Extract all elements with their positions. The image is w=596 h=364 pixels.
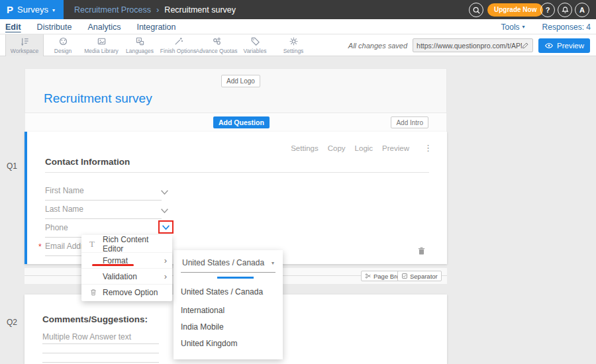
first-name-dropdown-button[interactable] [160, 189, 169, 195]
responses-count[interactable]: Responses: 4 [542, 23, 591, 32]
add-logo-button[interactable]: Add Logo [221, 75, 260, 87]
toolbar-item-languages[interactable]: Aa Languages [121, 34, 159, 56]
edit-url-button[interactable] [522, 42, 532, 49]
surveys-menu-label: Surveys [17, 5, 48, 15]
tools-menu[interactable]: Tools ▾ [501, 23, 525, 32]
format-option-us-canada[interactable]: United States / Canada [181, 287, 263, 296]
trash-outline-icon [89, 288, 103, 296]
field-last-name[interactable]: Last Name [45, 205, 162, 219]
toolbar-items: Workspace Design Media Library Aa Langua… [5, 34, 313, 56]
breadcrumb-separator-icon: › [156, 5, 159, 15]
palette-icon [58, 36, 68, 46]
annotation-red-box[interactable] [158, 220, 174, 234]
bell-icon [561, 6, 570, 15]
questionpro-logo-icon: P [7, 4, 13, 15]
required-asterisk: * [38, 242, 42, 251]
phone-format-submenu: United States / Canada ▾ United States /… [174, 250, 283, 359]
format-option-international[interactable]: International [181, 306, 224, 315]
question-preview-link[interactable]: Preview [382, 144, 409, 152]
tab-edit[interactable]: Edit [5, 23, 21, 32]
separator-icon [401, 273, 408, 279]
separator-label: Separator [410, 273, 438, 280]
survey-url-field[interactable]: https://www.questionpro.com/t/APNrFZ [413, 38, 533, 52]
question-1-title[interactable]: Contact Information [45, 157, 130, 167]
notifications-button[interactable] [558, 3, 572, 17]
preview-label: Preview [557, 42, 584, 50]
translate-icon: Aa [135, 36, 145, 46]
toolbar-item-advance-quotas[interactable]: Advance Quotas [197, 34, 236, 56]
breadcrumb-current: Recruitment survey [164, 5, 236, 15]
topbar: P Surveys ▾ Recruitment Process › Recrui… [0, 0, 596, 19]
toolbar-item-workspace[interactable]: Workspace [5, 34, 44, 56]
survey-title[interactable]: Recruitment survey [44, 91, 152, 106]
toolbar-item-finish-options[interactable]: Finish Options [159, 34, 197, 56]
delete-question-button[interactable] [417, 246, 426, 255]
breadcrumb-parent[interactable]: Recruitment Process [74, 5, 151, 15]
tabbar-right: Tools ▾ Responses: 4 [501, 19, 591, 34]
menu-item-rich-content-editor[interactable]: T Rich Content Editor [81, 236, 172, 252]
account-avatar[interactable]: A [575, 3, 589, 17]
menu-item-validation[interactable]: Validation › [81, 268, 172, 284]
menu-item-remove-option[interactable]: Remove Option [81, 284, 172, 300]
upgrade-now-button[interactable]: Upgrade Now [487, 3, 543, 17]
pencil-icon [522, 42, 529, 49]
search-button[interactable] [469, 3, 483, 17]
add-question-band: Add Question Add Intro [25, 113, 447, 132]
field-first-name[interactable]: First Name [45, 186, 162, 201]
eye-icon [544, 42, 554, 49]
toolbar-item-settings[interactable]: Settings [274, 34, 313, 56]
tab-distribute[interactable]: Distribute [37, 23, 72, 32]
format-option-united-kingdom[interactable]: United Kingdom [181, 339, 237, 348]
answer-line [42, 362, 159, 363]
preview-button[interactable]: Preview [538, 38, 590, 53]
format-option-india-mobile[interactable]: India Mobile [181, 322, 224, 332]
save-status: All changes saved [348, 42, 407, 50]
toolbar-item-variables[interactable]: Variables [236, 34, 274, 56]
help-icon: ? [546, 6, 550, 14]
last-name-dropdown-button[interactable] [160, 208, 169, 214]
separator-button[interactable]: Separator [397, 271, 442, 281]
question-title-divider [45, 172, 429, 173]
question-actions: Settings Copy Logic Preview ⋮ [291, 143, 432, 153]
magic-wand-icon [174, 36, 183, 46]
chevron-down-icon [160, 189, 169, 195]
submenu-accent-bar [217, 277, 254, 279]
multirow-answer-placeholder[interactable]: Multiple Row Answer text [42, 332, 131, 341]
chevron-down-icon [162, 224, 170, 230]
chevron-down-icon: ▾ [522, 24, 525, 30]
answer-line [42, 353, 159, 353]
question-2-title[interactable]: Comments/Suggestions: [42, 314, 148, 324]
image-icon [97, 36, 107, 46]
main-tabs: Edit Distribute Analytics Integration [5, 19, 176, 34]
toolbar-item-design[interactable]: Design [44, 34, 82, 56]
toolbar-right: All changes saved https://www.questionpr… [348, 34, 590, 56]
phone-format-selected-value: United States / Canada [182, 258, 264, 267]
kebab-menu-icon[interactable]: ⋮ [424, 143, 432, 153]
tab-integration[interactable]: Integration [136, 23, 175, 32]
tools-label: Tools [501, 23, 520, 32]
surveys-menu[interactable]: P Surveys ▾ [0, 0, 64, 19]
add-question-button[interactable]: Add Question [213, 116, 270, 128]
scissors-icon [365, 273, 372, 279]
tab-analytics[interactable]: Analytics [87, 23, 121, 32]
gear-icon [289, 36, 299, 46]
quota-links-icon [212, 36, 222, 46]
phone-format-select[interactable]: United States / Canada ▾ [181, 257, 275, 273]
add-intro-button[interactable]: Add Intro [391, 116, 428, 128]
annotation-red-underline [92, 264, 134, 266]
field-options-context-menu: T Rich Content Editor Format › Validatio… [81, 235, 172, 301]
workspace-icon [20, 36, 30, 46]
trash-icon [417, 246, 426, 255]
submenu-arrow-icon: › [164, 255, 167, 265]
question-copy-link[interactable]: Copy [328, 144, 346, 152]
help-button[interactable]: ? [540, 3, 555, 17]
survey-url-value: https://www.questionpro.com/t/APNrFZ [413, 42, 522, 50]
toolbar-item-media-library[interactable]: Media Library [82, 34, 121, 56]
question-logic-link[interactable]: Logic [355, 144, 373, 152]
question-2-index: Q2 [7, 318, 17, 327]
tabbar: Edit Distribute Analytics Integration To… [0, 19, 596, 34]
text-format-icon: T [89, 239, 103, 250]
question-settings-link[interactable]: Settings [291, 144, 319, 152]
select-caret-icon: ▾ [272, 260, 274, 266]
answer-line [42, 343, 159, 344]
